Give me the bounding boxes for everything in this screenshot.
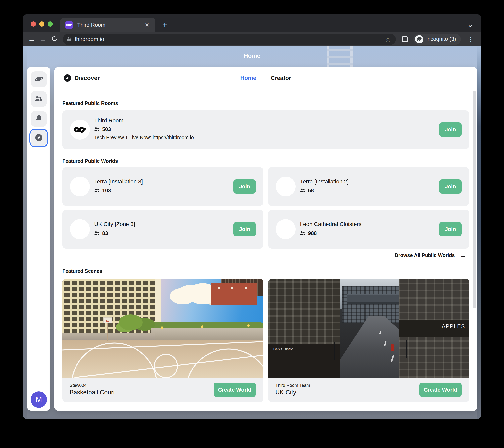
- zoom-window-button[interactable]: [48, 21, 53, 26]
- thirdroom-logo-icon: [70, 120, 90, 140]
- room-avatar: [70, 120, 90, 140]
- world-card[interactable]: UK City [Zone 3] 83 Join: [62, 210, 263, 249]
- world-card[interactable]: Terra [Installation 2] 58 Join: [268, 167, 469, 206]
- join-world-button[interactable]: Join: [234, 179, 256, 194]
- page-background: Home: [22, 46, 482, 419]
- sidebar-item-friends[interactable]: [31, 91, 47, 107]
- scene-image-basketball-court: [62, 279, 263, 378]
- browse-all-public-worlds-link[interactable]: Browse All Public Worlds →: [395, 252, 466, 258]
- world-members: 103: [94, 188, 111, 194]
- forward-button[interactable]: →: [37, 36, 48, 43]
- world-name: UK City [Zone 3]: [94, 221, 135, 227]
- join-room-button[interactable]: Join: [439, 122, 462, 137]
- world-members: 988: [300, 230, 317, 236]
- room-members: 503: [94, 126, 111, 133]
- minimize-window-button[interactable]: [39, 21, 44, 26]
- close-window-button[interactable]: [31, 21, 36, 26]
- world-member-count: 103: [102, 188, 111, 194]
- members-icon: [300, 188, 306, 193]
- worlds-section-heading: Featured Public Worlds: [62, 158, 118, 164]
- people-icon: [35, 94, 43, 103]
- world-member-count: 988: [308, 230, 317, 236]
- members-icon: [94, 127, 100, 132]
- new-tab-button[interactable]: +: [160, 19, 170, 30]
- panel-scrollbar[interactable]: [473, 91, 476, 308]
- tab-creator[interactable]: Creator: [271, 75, 291, 81]
- sidebar-item-discover[interactable]: [31, 130, 47, 146]
- members-icon: [94, 188, 100, 193]
- scene-footer: Third Room Team UK City Create World: [268, 378, 469, 402]
- discover-header: Discover Home Creator: [54, 67, 477, 89]
- discover-panel: Discover Home Creator Featured Public Ro…: [54, 67, 477, 411]
- scene-name: UK City: [275, 389, 296, 396]
- world-avatar: [70, 176, 90, 196]
- world-avatar: [70, 219, 90, 239]
- compass-icon: [35, 134, 43, 143]
- browser-window: Third Room × + ⌄ ← → thirdroom.io ☆: [22, 14, 482, 419]
- desktop: Third Room × + ⌄ ← → thirdroom.io ☆: [0, 0, 504, 448]
- world-name: Leon Cathedral Cloisters: [300, 221, 361, 227]
- create-world-button[interactable]: Create World: [419, 383, 462, 397]
- tab-close-icon[interactable]: ×: [143, 21, 151, 29]
- arrow-right-icon: →: [460, 253, 466, 258]
- browser-toolbar: ← → thirdroom.io ☆ Incognito (3) ⋮: [22, 32, 482, 46]
- bistro-sign-text: Ben's Bistro: [273, 347, 293, 351]
- sidebar-item-notifications[interactable]: [31, 111, 47, 127]
- sidebar-item-home-planet[interactable]: [31, 71, 47, 87]
- scene-image-uk-city: APPLES Ben's Bistro: [268, 279, 469, 378]
- world-avatar: [276, 176, 296, 196]
- incognito-badge: Incognito (3): [413, 34, 461, 45]
- bookmark-star-icon[interactable]: ☆: [385, 35, 391, 43]
- world-members: 83: [94, 230, 108, 236]
- scenes-section-heading: Featured Scenes: [62, 268, 102, 274]
- incognito-icon: [415, 35, 423, 43]
- scene-card-basketball-court: Stew004 Basketball Court Create World: [62, 279, 263, 402]
- sidebar: M: [27, 67, 50, 410]
- room-topic: Tech Preview 1 Live Now: https://thirdro…: [94, 135, 194, 140]
- bell-icon: [35, 114, 43, 123]
- members-icon: [94, 231, 100, 236]
- world-card[interactable]: Leon Cathedral Cloisters 988 Join: [268, 210, 469, 249]
- discover-tabs: Home Creator: [54, 75, 477, 81]
- scene-author: Third Room Team: [275, 383, 310, 388]
- background-scene-right: [477, 46, 482, 419]
- address-bar[interactable]: thirdroom.io ☆: [63, 34, 396, 45]
- scene-name: Basketball Court: [70, 389, 115, 396]
- back-button[interactable]: ←: [26, 36, 37, 43]
- browser-tab[interactable]: Third Room ×: [60, 18, 155, 32]
- room-member-count: 503: [102, 126, 111, 133]
- apples-sign-text: APPLES: [442, 323, 465, 330]
- scene-card-uk-city: APPLES Ben's Bistro Third Room Team UK C…: [268, 279, 469, 402]
- user-avatar[interactable]: M: [31, 391, 47, 408]
- tab-search-chevron-icon[interactable]: ⌄: [465, 19, 476, 30]
- room-card-third-room[interactable]: Third Room 503 Tech Preview 1 Live Now: …: [62, 110, 469, 149]
- side-panel-icon[interactable]: [402, 36, 408, 42]
- join-world-button[interactable]: Join: [439, 179, 462, 194]
- scene-footer: Stew004 Basketball Court Create World: [62, 378, 263, 402]
- reload-button[interactable]: [49, 36, 60, 43]
- tab-home[interactable]: Home: [240, 75, 256, 81]
- planet-icon: [35, 75, 43, 84]
- thirdroom-favicon-icon: [65, 20, 73, 29]
- world-avatar: [276, 219, 296, 239]
- page-title: Home: [22, 53, 482, 59]
- url-text: thirdroom.io: [75, 36, 385, 42]
- world-card[interactable]: Terra [Installation 3] 103 Join: [62, 167, 263, 206]
- members-icon: [300, 231, 306, 236]
- incognito-label: Incognito (3): [426, 36, 456, 42]
- rooms-section-heading: Featured Public Rooms: [62, 100, 118, 106]
- world-members: 58: [300, 188, 314, 194]
- world-name: Terra [Installation 2]: [300, 178, 349, 185]
- world-name: Terra [Installation 3]: [94, 178, 143, 185]
- browse-all-label: Browse All Public Worlds: [395, 252, 455, 258]
- join-world-button[interactable]: Join: [439, 222, 462, 236]
- browser-menu-icon[interactable]: ⋮: [466, 35, 475, 43]
- lock-icon: [67, 37, 72, 42]
- tab-title: Third Room: [77, 22, 143, 28]
- background-scene-left: [22, 46, 27, 419]
- join-world-button[interactable]: Join: [234, 222, 256, 236]
- world-member-count: 58: [308, 188, 314, 194]
- create-world-button[interactable]: Create World: [214, 383, 256, 397]
- world-member-count: 83: [102, 230, 108, 236]
- room-name: Third Room: [94, 117, 123, 124]
